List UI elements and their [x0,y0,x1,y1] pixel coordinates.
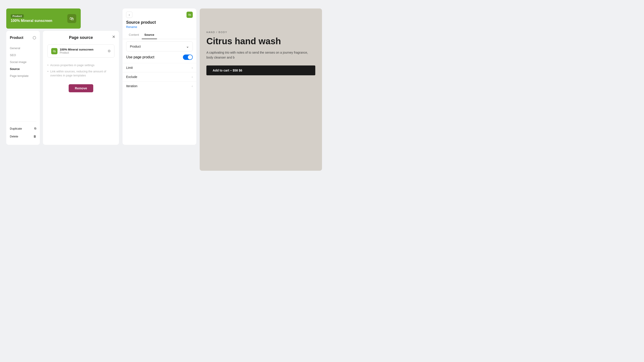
source-card-name: 100% Mineral sunscreen [60,48,94,51]
middle-panel: ✕ Page source 🛍 100% Mineral sunscreen P… [43,31,119,145]
exclude-label: Exclude [126,75,137,79]
bullet-item-1: Access properties in page settings [48,62,114,68]
nav-item-social-image[interactable]: Social image [10,58,36,65]
add-to-cart-button[interactable]: Add to cart – $58 $6 [206,65,315,75]
shopify-icon: 🛍 [67,14,76,23]
iteration-label: Iteration [126,84,138,88]
tab-source[interactable]: Source [142,31,157,39]
chevron-left-icon: ‹ [192,66,193,69]
use-page-product-toggle[interactable] [183,54,193,60]
shopify-right-icon: 🛍 [186,12,193,18]
product-dropdown[interactable]: Product ⌄ [126,41,193,51]
right-panel-header: ‹ 🛍 [122,8,196,18]
bullet-item-2: Link within sources, reducing the amount… [48,68,114,79]
nav-item-seo[interactable]: SEO [10,52,36,58]
product-banner-left: Product 100% Mineral sunscreen [11,14,52,23]
remove-button[interactable]: Remove [69,84,93,92]
preview-category: HAND / BODY [206,31,315,33]
exclude-row[interactable]: Exclude ‹ [122,72,196,81]
product-banner-title: 100% Mineral sunscreen [11,19,52,23]
gear-icon[interactable]: ⚙ [108,49,111,53]
duplicate-action[interactable]: Duplicate ⧉ [10,124,36,132]
right-panel: ‹ 🛍 Source product Rename Content Source… [122,8,196,145]
nav-item-source[interactable]: Source [10,65,36,72]
source-card: 🛍 100% Mineral sunscreen Product ⚙ [48,44,114,58]
tabs-row: Content Source [122,31,196,39]
chevron-down-icon: ⌄ [186,44,189,48]
source-card-info: 100% Mineral sunscreen Product [60,48,94,54]
product-banner: Product 100% Mineral sunscreen 🛍 [6,8,81,28]
nav-item-general[interactable]: General [10,45,36,52]
duplicate-label: Duplicate [10,127,22,130]
left-panel-title: Product [10,36,23,40]
tab-content[interactable]: Content [126,31,142,39]
left-panel: Product ⬡ General SEO Social image Sourc… [6,31,40,145]
chevron-left-icon-3: ‹ [192,84,193,88]
use-page-product-row: Use page product [122,51,196,63]
source-card-left: 🛍 100% Mineral sunscreen Product [51,48,94,54]
svg-text:🛍: 🛍 [188,13,191,16]
close-button[interactable]: ✕ [112,34,116,39]
cube-icon: ⬡ [33,35,36,40]
page-source-title: Page source [48,35,114,40]
bullet-list: Access properties in page settings Link … [48,62,114,79]
limit-row[interactable]: Limit ‹ [122,63,196,72]
svg-text:🛍: 🛍 [70,16,74,21]
dropdown-label: Product [130,45,141,48]
nav-item-page-template[interactable]: Page template [10,72,36,79]
left-panel-bottom: Duplicate ⧉ Delete 🗑 [10,122,36,140]
rename-link[interactable]: Rename [122,25,196,31]
use-page-product-label: Use page product [126,55,154,59]
back-button[interactable]: ‹ [126,12,132,18]
preview-title: Citrus hand wash [206,36,315,46]
source-product-title: Source product [122,18,196,25]
delete-icon: 🗑 [33,135,36,138]
preview-content: HAND / BODY Citrus hand wash A captivati… [200,8,322,82]
preview-description: A captivating trio with notes of to send… [206,50,315,60]
iteration-row[interactable]: Iteration ‹ [122,81,196,90]
limit-label: Limit [126,66,133,69]
left-panel-header: Product ⬡ [10,35,36,40]
svg-text:🛍: 🛍 [53,49,56,53]
duplicate-icon: ⧉ [34,127,36,130]
chevron-left-icon-2: ‹ [192,75,193,79]
product-badge: Product [11,14,24,18]
preview-panel: HAND / BODY Citrus hand wash A captivati… [200,8,322,171]
delete-label: Delete [10,135,18,138]
shopify-card-icon: 🛍 [51,48,58,54]
source-card-type: Product [60,51,94,54]
delete-action[interactable]: Delete 🗑 [10,132,36,140]
